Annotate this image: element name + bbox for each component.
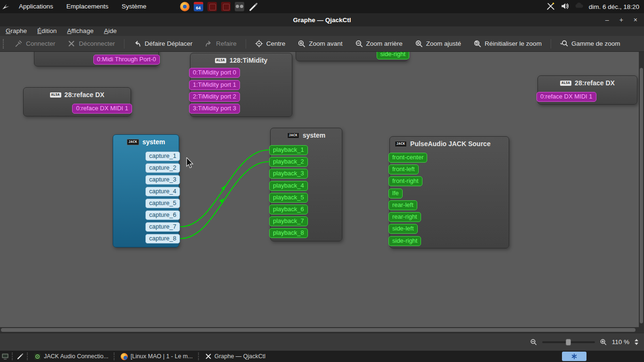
node-system-capture[interactable]: JACK system capture_1 capture_2 capture_… [113,134,179,247]
port-source-rear-left[interactable]: rear-left [388,200,417,210]
tray-misc-icon[interactable] [575,2,583,12]
port-capture-4[interactable]: capture_4 [145,187,180,197]
titlebar[interactable]: Graphe — QjackCtl – + × [0,13,644,26]
port-source-side-left[interactable]: side-left [388,224,418,234]
zoom-spinbox-value[interactable]: 110 % [612,338,629,346]
port-playback-6[interactable]: playback_6 [269,205,308,214]
port-source-front-left[interactable]: front-left [388,165,419,174]
port-playback-2[interactable]: playback_2 [269,157,308,167]
port-source-lfe[interactable]: lfe [388,189,403,198]
port-timidity-0[interactable]: 0:TiMidity port 0 [189,68,240,78]
zoom-fit-button[interactable]: Zoom ajusté [409,37,467,50]
status-zoom-out-button[interactable] [529,338,538,346]
graph-canvas[interactable]: 0:Midi Through Port-0 ALSA 128:TiMidity … [0,52,644,333]
taskbar-window-graph[interactable]: Graphe — QjackCtl [201,351,277,362]
node-timidity[interactable]: ALSA 128:TiMidity 0:TiMidity port 0 1:Ti… [190,53,292,117]
zoom-slider-handle[interactable] [566,339,571,346]
menu-systeme[interactable]: Système [115,0,153,13]
port-timidity-2[interactable]: 2:TiMidity port 2 [189,92,240,102]
port-capture-7[interactable]: capture_7 [145,222,180,232]
node-system-playback[interactable]: JACK system playback_1 playback_2 playba… [270,128,342,241]
taskbar-window-firefox[interactable]: [Linux MAO | 1 - Le m... [117,351,197,362]
port-capture-8[interactable]: capture_8 [145,234,180,244]
port-playback-1[interactable]: playback_1 [269,145,308,155]
stylus-launcher-icon[interactable] [248,1,258,12]
app-red-launcher-icon-2[interactable] [221,1,231,12]
app-64-launcher-icon[interactable]: 64 [193,1,204,12]
port-source-side-right[interactable]: side-right [388,236,421,246]
port-capture-1[interactable]: capture_1 [145,151,180,161]
port-source-rear-right[interactable]: rear-right [388,212,421,222]
zoom-reset-button[interactable]: Réinitialiser le zoom [467,37,548,50]
taskbar: JACK Audio Connectio... [Linux MAO | 1 -… [0,351,644,362]
menu-affichage[interactable]: Affichage [62,26,99,36]
statusbar: 110 % [0,333,644,351]
minimize-button[interactable]: – [605,13,609,26]
tray-tools-icon[interactable] [546,2,555,12]
redo-button[interactable]: Refaire [198,37,243,50]
port-source-front-center[interactable]: front-center [388,153,427,163]
port-timidity-1[interactable]: 1:TiMidity port 1 [189,80,240,90]
vertical-scrollbar[interactable] [639,52,644,327]
tray-keyboard-indicator[interactable] [562,352,586,361]
connect-icon [15,40,23,48]
connect-button[interactable]: Connecter [8,37,61,50]
taskbar-window-qjackctl[interactable]: JACK Audio Connectio... [30,351,112,362]
vertical-scrollbar-thumb[interactable] [640,68,643,323]
app-dark-launcher-icon[interactable] [234,1,245,12]
zoom-out-button[interactable]: Zoom arrière [349,37,409,50]
firefox-launcher-icon[interactable] [180,1,190,12]
firefox-icon [121,353,128,360]
horizontal-scrollbar[interactable] [0,327,639,333]
port-playback-4[interactable]: playback_4 [269,181,308,191]
distro-logo-icon[interactable] [0,2,12,11]
port-capture-6[interactable]: capture_6 [145,210,180,220]
node-reface-dx-out[interactable]: ALSA 28:reface DX 0:reface DX MIDI 1 [23,87,131,116]
spin-up-icon[interactable] [635,339,638,341]
spin-down-icon[interactable] [635,343,638,345]
menu-edition[interactable]: Édition [32,26,62,36]
stylus-icon[interactable] [15,351,25,362]
jack-icon: JACK [287,132,299,139]
zoom-slider[interactable] [542,338,595,346]
toolbar-drag-handle[interactable] [3,39,6,49]
maximize-button[interactable]: + [619,13,623,26]
port-sink-side-right[interactable]: side-right [377,52,409,59]
node-midi-through[interactable]: 0:Midi Through Port-0 [34,52,159,66]
close-button[interactable]: × [634,13,637,26]
status-zoom-in-button[interactable] [599,338,608,346]
zoom-in-button[interactable]: Zoom avant [291,37,348,50]
disconnect-button[interactable]: Déconnecter [61,37,121,50]
port-reface-in-0[interactable]: 0:reface DX MIDI 1 [537,92,596,102]
port-capture-5[interactable]: capture_5 [145,198,180,208]
port-capture-3[interactable]: capture_3 [145,175,180,185]
port-capture-2[interactable]: capture_2 [145,163,180,173]
node-pulseaudio-source[interactable]: JACK PulseAudio JACK Source front-center… [389,136,509,248]
volume-icon[interactable] [561,2,569,12]
center-button[interactable]: Centre [249,37,292,50]
port-midi-through-0[interactable]: 0:Midi Through Port-0 [93,55,160,65]
port-playback-7[interactable]: playback_7 [269,216,308,226]
undo-button[interactable]: Défaire Déplacer [127,37,198,50]
port-playback-5[interactable]: playback_5 [269,193,308,203]
node-pulseaudio-sink[interactable]: side-right [296,52,408,61]
port-playback-3[interactable]: playback_3 [269,169,308,179]
clock[interactable]: dim. 6 déc., 18:20 [589,3,639,10]
menu-applications[interactable]: Applications [12,0,60,13]
mouse-cursor-icon [186,157,194,170]
port-playback-8[interactable]: playback_8 [269,228,308,238]
show-desktop-icon[interactable] [0,351,10,362]
app-red-launcher-icon-1[interactable] [207,1,217,12]
zoom-range-button[interactable]: Gamme de zoom [554,37,627,50]
port-timidity-3[interactable]: 3:TiMidity port 3 [189,104,240,114]
zoom-out-label: Zoom arrière [366,40,403,47]
zoom-in-icon [297,40,305,48]
node-reface-dx-in[interactable]: ALSA 28:reface DX 0:reface DX MIDI 1 [537,75,637,105]
horizontal-scrollbar-thumb[interactable] [1,328,636,332]
port-source-front-right[interactable]: front-right [388,176,422,186]
port-reface-out-0[interactable]: 0:reface DX MIDI 1 [72,104,132,114]
zoom-spinbox-buttons[interactable] [635,339,638,345]
menu-emplacements[interactable]: Emplacements [60,0,115,13]
menu-aide[interactable]: Aide [99,26,122,36]
menu-graphe[interactable]: Graphe [0,26,32,36]
